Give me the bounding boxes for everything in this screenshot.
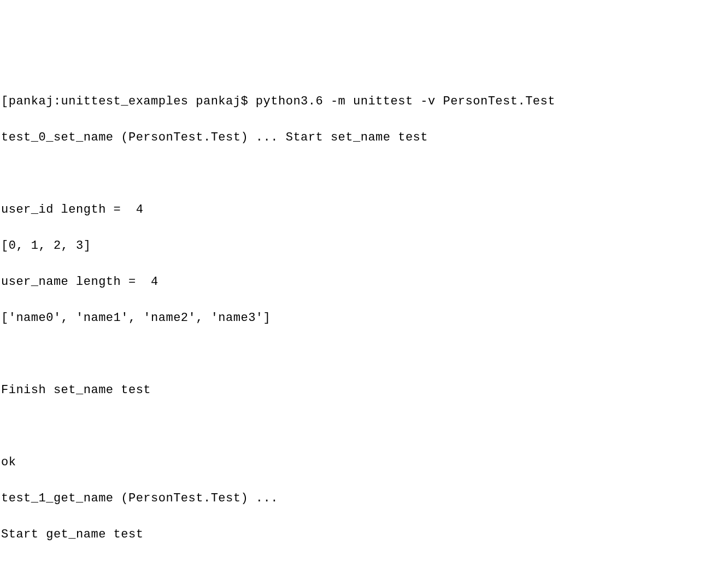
- terminal-line: [1, 165, 727, 183]
- terminal-line: [1, 345, 727, 363]
- terminal-line: Start get_name test: [1, 525, 727, 544]
- terminal-line: ok: [1, 453, 727, 471]
- terminal-line: user_name length = 4: [1, 273, 727, 291]
- terminal-line: ['name0', 'name1', 'name2', 'name3']: [1, 309, 727, 327]
- terminal-line: [pankaj:unittest_examples pankaj$ python…: [1, 92, 727, 110]
- terminal-line: [0, 1, 2, 3]: [1, 237, 727, 255]
- terminal-output[interactable]: [pankaj:unittest_examples pankaj$ python…: [1, 74, 727, 561]
- terminal-line: [1, 417, 727, 435]
- terminal-line: user_id length = 4: [1, 201, 727, 219]
- terminal-line: Finish set_name test: [1, 381, 727, 399]
- terminal-line: test_0_set_name (PersonTest.Test) ... St…: [1, 128, 727, 147]
- terminal-line: test_1_get_name (PersonTest.Test) ...: [1, 489, 727, 507]
